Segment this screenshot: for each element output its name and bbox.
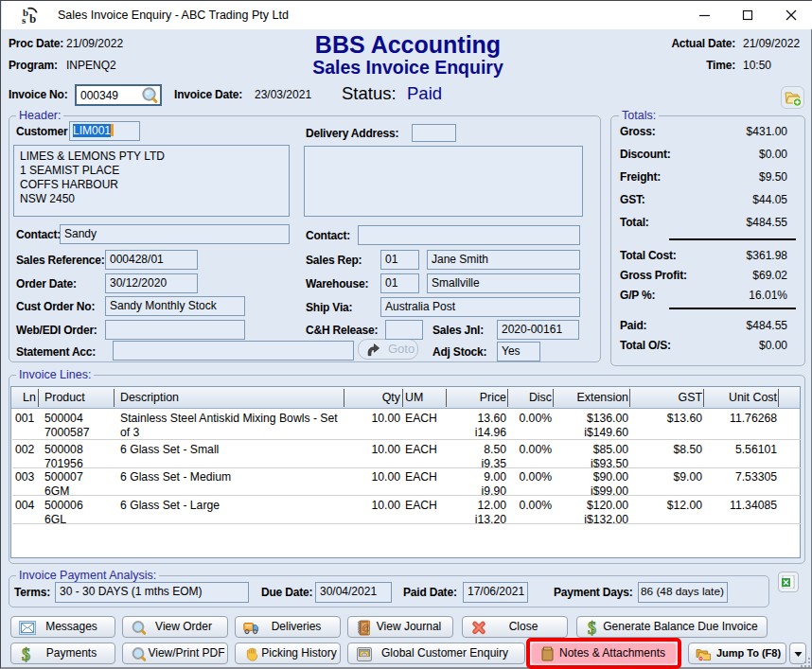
- svg-text:s: s: [22, 14, 26, 26]
- svg-text:b: b: [29, 11, 36, 26]
- svg-text:$: $: [588, 620, 596, 636]
- svg-text:$: $: [22, 646, 30, 662]
- svg-text:@: @: [362, 624, 370, 633]
